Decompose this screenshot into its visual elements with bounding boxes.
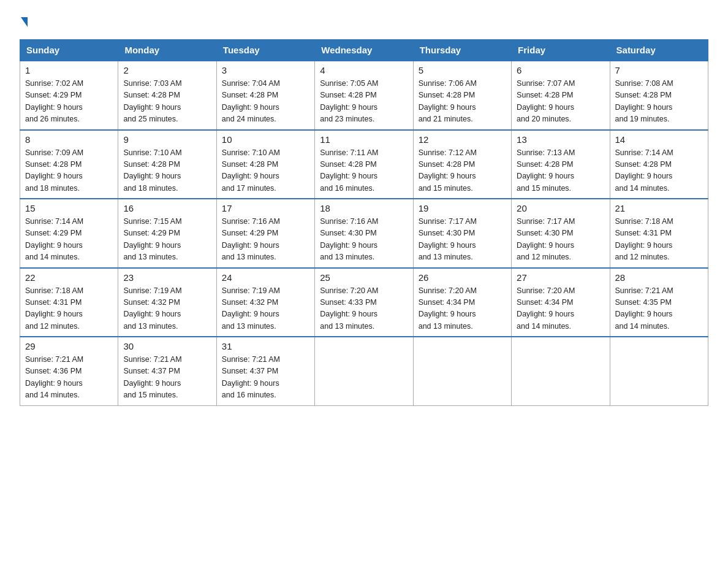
day-info: Sunrise: 7:18 AM Sunset: 4:31 PM Dayligh…	[25, 285, 113, 333]
day-info: Sunrise: 7:14 AM Sunset: 4:28 PM Dayligh…	[615, 147, 703, 195]
day-info: Sunrise: 7:13 AM Sunset: 4:28 PM Dayligh…	[517, 147, 604, 195]
day-info: Sunrise: 7:15 AM Sunset: 4:29 PM Dayligh…	[123, 216, 211, 264]
calendar-cell: 1 Sunrise: 7:02 AM Sunset: 4:29 PM Dayli…	[20, 61, 118, 130]
cell-content: 12 Sunrise: 7:12 AM Sunset: 4:28 PM Dayl…	[419, 134, 506, 195]
day-info: Sunrise: 7:06 AM Sunset: 4:28 PM Dayligh…	[419, 78, 506, 126]
cell-content: 16 Sunrise: 7:15 AM Sunset: 4:29 PM Dayl…	[123, 203, 211, 264]
day-number: 30	[123, 341, 211, 351]
day-info: Sunrise: 7:03 AM Sunset: 4:28 PM Dayligh…	[123, 78, 211, 126]
cell-content: 17 Sunrise: 7:16 AM Sunset: 4:29 PM Dayl…	[222, 203, 309, 264]
day-number: 23	[123, 272, 211, 283]
calendar-cell: 7 Sunrise: 7:08 AM Sunset: 4:28 PM Dayli…	[610, 61, 708, 130]
calendar-cell: 17 Sunrise: 7:16 AM Sunset: 4:29 PM Dayl…	[216, 199, 314, 268]
day-info: Sunrise: 7:16 AM Sunset: 4:30 PM Dayligh…	[320, 216, 408, 264]
cell-content: 31 Sunrise: 7:21 AM Sunset: 4:37 PM Dayl…	[222, 341, 309, 402]
calendar-cell: 24 Sunrise: 7:19 AM Sunset: 4:32 PM Dayl…	[216, 268, 314, 337]
calendar-cell: 29 Sunrise: 7:21 AM Sunset: 4:36 PM Dayl…	[20, 337, 118, 405]
day-number: 31	[222, 341, 309, 351]
calendar-header-row: SundayMondayTuesdayWednesdayThursdayFrid…	[20, 40, 708, 61]
calendar-cell: 12 Sunrise: 7:12 AM Sunset: 4:28 PM Dayl…	[413, 130, 511, 199]
calendar-cell: 22 Sunrise: 7:18 AM Sunset: 4:31 PM Dayl…	[20, 268, 118, 337]
day-info: Sunrise: 7:21 AM Sunset: 4:35 PM Dayligh…	[615, 285, 703, 333]
calendar-cell: 9 Sunrise: 7:10 AM Sunset: 4:28 PM Dayli…	[118, 130, 216, 199]
cell-content: 6 Sunrise: 7:07 AM Sunset: 4:28 PM Dayli…	[517, 65, 604, 126]
day-info: Sunrise: 7:12 AM Sunset: 4:28 PM Dayligh…	[419, 147, 506, 195]
day-number: 3	[222, 65, 309, 75]
calendar-cell: 30 Sunrise: 7:21 AM Sunset: 4:37 PM Dayl…	[118, 337, 216, 405]
cell-content: 25 Sunrise: 7:20 AM Sunset: 4:33 PM Dayl…	[320, 272, 408, 333]
day-number: 5	[419, 65, 506, 75]
day-info: Sunrise: 7:20 AM Sunset: 4:34 PM Dayligh…	[517, 285, 604, 333]
calendar-cell: 25 Sunrise: 7:20 AM Sunset: 4:33 PM Dayl…	[315, 268, 413, 337]
calendar-cell: 3 Sunrise: 7:04 AM Sunset: 4:28 PM Dayli…	[216, 61, 314, 130]
cell-content: 18 Sunrise: 7:16 AM Sunset: 4:30 PM Dayl…	[320, 203, 408, 264]
calendar-cell: 8 Sunrise: 7:09 AM Sunset: 4:28 PM Dayli…	[20, 130, 118, 199]
cell-content: 2 Sunrise: 7:03 AM Sunset: 4:28 PM Dayli…	[123, 65, 211, 126]
cell-content: 27 Sunrise: 7:20 AM Sunset: 4:34 PM Dayl…	[517, 272, 604, 333]
day-info: Sunrise: 7:21 AM Sunset: 4:37 PM Dayligh…	[123, 354, 211, 402]
cell-content: 1 Sunrise: 7:02 AM Sunset: 4:29 PM Dayli…	[25, 65, 113, 126]
cell-content: 9 Sunrise: 7:10 AM Sunset: 4:28 PM Dayli…	[123, 134, 211, 195]
day-info: Sunrise: 7:21 AM Sunset: 4:36 PM Dayligh…	[25, 354, 113, 402]
day-header-sunday: Sunday	[20, 40, 118, 61]
cell-content: 11 Sunrise: 7:11 AM Sunset: 4:28 PM Dayl…	[320, 134, 408, 195]
calendar-week-2: 8 Sunrise: 7:09 AM Sunset: 4:28 PM Dayli…	[20, 130, 708, 199]
calendar-cell	[315, 337, 413, 405]
cell-content: 5 Sunrise: 7:06 AM Sunset: 4:28 PM Dayli…	[419, 65, 506, 126]
day-number: 21	[615, 203, 703, 213]
calendar-cell: 20 Sunrise: 7:17 AM Sunset: 4:30 PM Dayl…	[512, 199, 610, 268]
calendar-cell: 26 Sunrise: 7:20 AM Sunset: 4:34 PM Dayl…	[413, 268, 511, 337]
cell-content: 13 Sunrise: 7:13 AM Sunset: 4:28 PM Dayl…	[517, 134, 604, 195]
calendar-cell: 18 Sunrise: 7:16 AM Sunset: 4:30 PM Dayl…	[315, 199, 413, 268]
day-info: Sunrise: 7:08 AM Sunset: 4:28 PM Dayligh…	[615, 78, 703, 126]
day-info: Sunrise: 7:20 AM Sunset: 4:34 PM Dayligh…	[419, 285, 506, 333]
cell-content: 30 Sunrise: 7:21 AM Sunset: 4:37 PM Dayl…	[123, 341, 211, 402]
calendar-cell	[512, 337, 610, 405]
logo	[20, 15, 28, 27]
cell-content: 14 Sunrise: 7:14 AM Sunset: 4:28 PM Dayl…	[615, 134, 703, 195]
day-info: Sunrise: 7:04 AM Sunset: 4:28 PM Dayligh…	[222, 78, 309, 126]
calendar-cell: 10 Sunrise: 7:10 AM Sunset: 4:28 PM Dayl…	[216, 130, 314, 199]
day-number: 7	[615, 65, 703, 75]
calendar-cell: 11 Sunrise: 7:11 AM Sunset: 4:28 PM Dayl…	[315, 130, 413, 199]
day-number: 4	[320, 65, 408, 75]
calendar-week-1: 1 Sunrise: 7:02 AM Sunset: 4:29 PM Dayli…	[20, 61, 708, 130]
calendar-cell: 27 Sunrise: 7:20 AM Sunset: 4:34 PM Dayl…	[512, 268, 610, 337]
day-header-saturday: Saturday	[610, 40, 708, 61]
day-info: Sunrise: 7:20 AM Sunset: 4:33 PM Dayligh…	[320, 285, 408, 333]
day-info: Sunrise: 7:17 AM Sunset: 4:30 PM Dayligh…	[419, 216, 506, 264]
day-number: 28	[615, 272, 703, 283]
calendar-cell: 16 Sunrise: 7:15 AM Sunset: 4:29 PM Dayl…	[118, 199, 216, 268]
day-number: 27	[517, 272, 604, 283]
page-header	[20, 15, 708, 27]
day-number: 16	[123, 203, 211, 213]
day-info: Sunrise: 7:10 AM Sunset: 4:28 PM Dayligh…	[123, 147, 211, 195]
cell-content: 20 Sunrise: 7:17 AM Sunset: 4:30 PM Dayl…	[517, 203, 604, 264]
cell-content: 23 Sunrise: 7:19 AM Sunset: 4:32 PM Dayl…	[123, 272, 211, 333]
day-number: 17	[222, 203, 309, 213]
cell-content: 21 Sunrise: 7:18 AM Sunset: 4:31 PM Dayl…	[615, 203, 703, 264]
cell-content: 26 Sunrise: 7:20 AM Sunset: 4:34 PM Dayl…	[419, 272, 506, 333]
day-number: 10	[222, 134, 309, 145]
cell-content: 8 Sunrise: 7:09 AM Sunset: 4:28 PM Dayli…	[25, 134, 113, 195]
calendar-cell: 23 Sunrise: 7:19 AM Sunset: 4:32 PM Dayl…	[118, 268, 216, 337]
calendar-week-4: 22 Sunrise: 7:18 AM Sunset: 4:31 PM Dayl…	[20, 268, 708, 337]
day-number: 29	[25, 341, 113, 351]
calendar-week-3: 15 Sunrise: 7:14 AM Sunset: 4:29 PM Dayl…	[20, 199, 708, 268]
day-info: Sunrise: 7:02 AM Sunset: 4:29 PM Dayligh…	[25, 78, 113, 126]
day-number: 13	[517, 134, 604, 145]
day-number: 19	[419, 203, 506, 213]
calendar-cell: 5 Sunrise: 7:06 AM Sunset: 4:28 PM Dayli…	[413, 61, 511, 130]
calendar-week-5: 29 Sunrise: 7:21 AM Sunset: 4:36 PM Dayl…	[20, 337, 708, 405]
day-number: 2	[123, 65, 211, 75]
cell-content: 15 Sunrise: 7:14 AM Sunset: 4:29 PM Dayl…	[25, 203, 113, 264]
day-number: 12	[419, 134, 506, 145]
day-number: 22	[25, 272, 113, 283]
cell-content: 3 Sunrise: 7:04 AM Sunset: 4:28 PM Dayli…	[222, 65, 309, 126]
calendar-cell: 4 Sunrise: 7:05 AM Sunset: 4:28 PM Dayli…	[315, 61, 413, 130]
day-info: Sunrise: 7:07 AM Sunset: 4:28 PM Dayligh…	[517, 78, 604, 126]
calendar-cell	[610, 337, 708, 405]
day-header-friday: Friday	[512, 40, 610, 61]
day-number: 9	[123, 134, 211, 145]
day-number: 20	[517, 203, 604, 213]
